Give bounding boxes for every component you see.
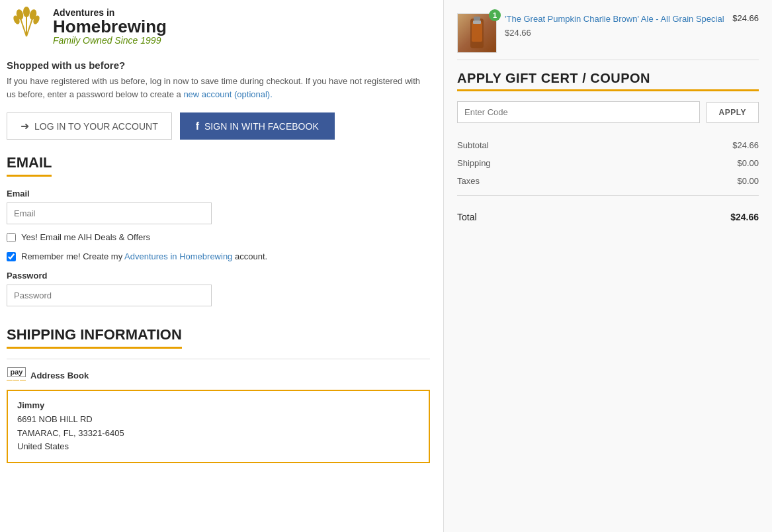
total-label: Total (457, 202, 580, 226)
cart-item-price-small: $24.66 (505, 28, 724, 38)
address-line1: 6691 NOB HILL RD (17, 413, 419, 427)
svg-rect-11 (474, 17, 480, 21)
logo-icon (7, 7, 46, 46)
address-line2: TAMARAC, FL, 33321-6405 (17, 427, 419, 441)
aih-link[interactable]: Adventures in Homebrewing (124, 251, 232, 261)
login-button-label: LOG IN TO YOUR ACCOUNT (34, 121, 158, 132)
cart-item-price-right: $24.66 (732, 13, 759, 23)
email-input[interactable] (7, 202, 212, 224)
amazon-pay-row: pay ——— Address Book (7, 367, 430, 383)
total-row: Total $24.66 (457, 202, 759, 226)
subtotal-label: Subtotal (457, 136, 626, 154)
shopped-title: Shopped with us before? (7, 60, 430, 71)
facebook-button-label: SIGN IN WITH FACEBOOK (204, 121, 319, 132)
order-summary: Subtotal $24.66 Shipping $0.00 Taxes $0.… (457, 136, 759, 226)
remember-me-label: Remember me! Create my Adventures in Hom… (21, 251, 267, 261)
logo-line2: Homebrewing (53, 18, 167, 35)
cart-item-name: 'The Great Pumpkin Charlie Brown' Ale - … (505, 13, 724, 25)
shipping-section: SHIPPING INFORMATION pay ——— Address Boo… (7, 326, 430, 463)
right-column: 1 'The Great Pumpkin Charlie Brown' Ale … (444, 0, 772, 532)
cart-item: 1 'The Great Pumpkin Charlie Brown' Ale … (457, 7, 759, 60)
cart-item-info: 'The Great Pumpkin Charlie Brown' Ale - … (505, 13, 724, 38)
address-country: United States (17, 440, 419, 454)
email-deals-checkbox[interactable] (7, 233, 16, 242)
facebook-login-button[interactable]: f SIGN IN WITH FACEBOOK (180, 112, 335, 140)
login-button[interactable]: ➜ LOG IN TO YOUR ACCOUNT (7, 112, 172, 140)
summary-table: Subtotal $24.66 Shipping $0.00 Taxes $0.… (457, 136, 759, 190)
gift-heading: APPLY GIFT CERT / COUPON (457, 71, 759, 91)
email-field-group: Email (7, 189, 430, 224)
svg-line-5 (20, 17, 26, 36)
subtotal-value: $24.66 (626, 136, 759, 154)
gift-section: APPLY GIFT CERT / COUPON APPLY (457, 71, 759, 123)
shipping-value: $0.00 (626, 154, 759, 172)
password-input[interactable] (7, 285, 212, 306)
taxes-row: Taxes $0.00 (457, 172, 759, 190)
facebook-icon: f (196, 120, 199, 132)
shopped-section: Shopped with us before? If you have regi… (7, 60, 430, 101)
svg-rect-10 (473, 21, 481, 24)
logo-subtitle: Family Owned Since 1999 (53, 35, 167, 46)
taxes-value: $0.00 (626, 172, 759, 190)
logo-text: Adventures in Homebrewing Family Owned S… (53, 7, 167, 46)
shipping-row: Shipping $0.00 (457, 154, 759, 172)
email-deals-label: Yes! Email me AIH Deals & Offers (21, 232, 150, 242)
svg-line-7 (26, 17, 33, 36)
shopped-text: If you have registered with us before, l… (7, 75, 430, 101)
svg-rect-9 (472, 22, 482, 42)
total-table: Total $24.66 (457, 202, 759, 226)
apply-button[interactable]: APPLY (707, 102, 759, 123)
shipping-heading: SHIPPING INFORMATION (7, 326, 182, 349)
email-section: EMAIL Email Yes! Email me AIH Deals & Of… (7, 154, 430, 306)
remember-me-checkbox[interactable] (7, 252, 16, 261)
password-field-group: Password (7, 271, 430, 306)
logo-area: Adventures in Homebrewing Family Owned S… (7, 7, 430, 46)
coupon-input[interactable] (457, 101, 700, 123)
shipping-label: Shipping (457, 154, 626, 172)
cart-image-wrapper: 1 (457, 13, 497, 53)
amazon-pay-logo: pay ——— (7, 367, 26, 383)
cart-badge: 1 (489, 9, 501, 21)
email-deals-row: Yes! Email me AIH Deals & Offers (7, 232, 430, 242)
address-name: Jimmy (17, 399, 419, 413)
amazon-pay-text: Address Book (30, 371, 89, 380)
password-label: Password (7, 271, 430, 281)
email-label: Email (7, 189, 430, 199)
subtotal-row: Subtotal $24.66 (457, 136, 759, 154)
auth-buttons: ➜ LOG IN TO YOUR ACCOUNT f SIGN IN WITH … (7, 112, 430, 140)
total-value: $24.66 (580, 202, 759, 226)
remember-me-row: Remember me! Create my Adventures in Hom… (7, 251, 430, 261)
taxes-label: Taxes (457, 172, 626, 190)
email-heading: EMAIL (7, 154, 52, 177)
new-account-link[interactable]: new account (optional). (183, 89, 272, 99)
address-card[interactable]: Jimmy 6691 NOB HILL RD TAMARAC, FL, 3332… (7, 390, 430, 463)
gift-row: APPLY (457, 101, 759, 123)
login-arrow-icon: ➜ (21, 120, 29, 132)
